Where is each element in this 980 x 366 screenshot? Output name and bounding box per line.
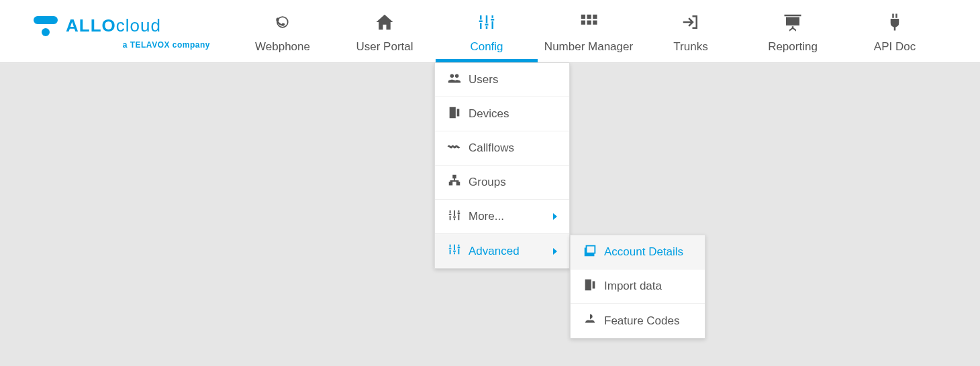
logo-text: ALLOcloud <box>66 15 161 36</box>
nav-label: Trunks <box>673 40 707 54</box>
nav-api-doc[interactable]: API Doc <box>844 0 946 62</box>
nav-user-portal[interactable]: User Portal <box>334 0 436 62</box>
users-icon <box>447 71 462 89</box>
menu-callflows[interactable]: Callflows <box>435 131 569 166</box>
menu-label: Import data <box>604 280 693 293</box>
nav-label: Webphone <box>255 40 310 54</box>
plug-icon <box>885 12 905 35</box>
login-icon <box>681 12 701 35</box>
groups-icon <box>447 174 462 192</box>
nav-config[interactable]: Config <box>436 0 538 62</box>
menu-label: More... <box>469 210 546 223</box>
menu-label: Feature Codes <box>604 314 693 328</box>
nav-label: API Doc <box>874 40 916 54</box>
menu-advanced[interactable]: Advanced <box>435 234 569 268</box>
feature-icon <box>583 312 597 330</box>
logo[interactable]: ALLOcloud a TELAVOX company <box>0 0 232 62</box>
menu-more[interactable]: More... <box>435 200 569 234</box>
menu-label: Advanced <box>469 245 546 258</box>
submenu-account-details[interactable]: Account Details <box>571 235 705 269</box>
callflows-icon <box>447 139 462 158</box>
menu-users[interactable]: Users <box>435 63 569 97</box>
sliders-icon <box>477 12 497 35</box>
menu-label: Devices <box>469 107 557 121</box>
nav-label: Number Manager <box>544 40 633 54</box>
config-dropdown: Users Devices Callflows Groups More... A… <box>434 63 570 269</box>
nav-webphone[interactable]: Webphone <box>232 0 334 62</box>
sliders-icon <box>447 208 462 226</box>
menu-devices[interactable]: Devices <box>435 97 569 131</box>
submenu-import-data[interactable]: Import data <box>571 269 705 304</box>
devices-icon <box>447 105 462 123</box>
submenu-arrow-icon <box>553 213 557 220</box>
home-icon <box>375 12 395 35</box>
menu-label: Users <box>469 73 557 86</box>
menu-label: Callflows <box>469 141 557 155</box>
grid-icon <box>579 12 599 35</box>
menu-groups[interactable]: Groups <box>435 166 569 200</box>
import-icon <box>583 278 597 296</box>
submenu-feature-codes[interactable]: Feature Codes <box>571 304 705 338</box>
logo-mark-icon <box>34 13 59 39</box>
logo-subtitle: a TELAVOX company <box>34 40 211 50</box>
advanced-submenu: Account Details Import data Feature Code… <box>570 235 705 339</box>
menu-label: Groups <box>469 176 557 189</box>
svg-point-1 <box>42 28 50 36</box>
nav-reporting[interactable]: Reporting <box>742 0 844 62</box>
svg-rect-0 <box>34 16 58 24</box>
window-icon <box>583 243 597 261</box>
nav-label: Config <box>470 40 503 54</box>
submenu-arrow-icon <box>553 248 557 255</box>
sliders-icon <box>447 242 462 260</box>
nav-label: Reporting <box>768 40 818 54</box>
webphone-icon <box>273 12 293 35</box>
menu-label: Account Details <box>604 245 693 259</box>
topbar: ALLOcloud a TELAVOX company Webphone Use… <box>0 0 980 63</box>
presentation-icon <box>783 12 803 35</box>
main-nav: Webphone User Portal Config Number Manag… <box>232 0 980 62</box>
nav-trunks[interactable]: Trunks <box>640 0 742 62</box>
nav-label: User Portal <box>356 40 413 54</box>
nav-number-manager[interactable]: Number Manager <box>538 0 640 62</box>
